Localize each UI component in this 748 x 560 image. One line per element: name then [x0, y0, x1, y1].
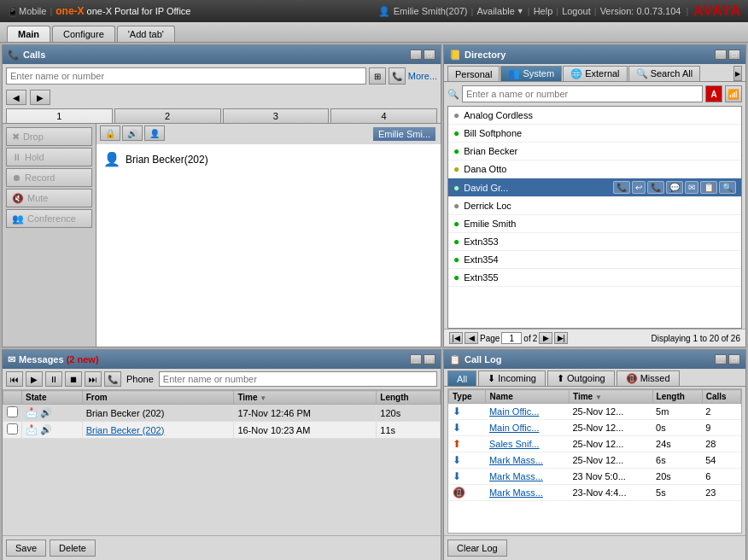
calllog-col-time[interactable]: Time ▼	[569, 390, 652, 404]
calls-phone-btn[interactable]: 📞	[389, 67, 406, 85]
calllog-col-length[interactable]: Length	[652, 390, 702, 404]
calls-maximize-btn[interactable]: □	[424, 50, 435, 60]
messages-save-btn[interactable]: Save	[6, 540, 46, 557]
messages-delete-btn[interactable]: Delete	[50, 540, 96, 557]
calllog-tab-outgoing[interactable]: ⬆ Outgoing	[547, 370, 615, 386]
tab-addtab[interactable]: 'Add tab'	[117, 26, 175, 42]
calllog-row1-time: 25-Nov 12...	[569, 404, 652, 420]
calllog-row6-name[interactable]: Mark Mass...	[489, 487, 543, 498]
directory-wifi-btn[interactable]: 📶	[725, 85, 742, 102]
msg-col-state[interactable]: State	[22, 391, 83, 405]
status-label[interactable]: Available	[476, 6, 514, 16]
msg-col-length[interactable]: Length	[377, 391, 441, 405]
dir-item-bill-softphone[interactable]: ● Bill Softphone	[448, 125, 741, 143]
calllog-tab-all[interactable]: All	[447, 370, 476, 386]
calls-back-btn[interactable]: ◀	[6, 90, 26, 105]
dir-first-page-btn[interactable]: |◀	[449, 332, 463, 344]
dir-transfer-btn[interactable]: ↩	[632, 181, 646, 194]
msg-ffwd-btn[interactable]: ⏭	[85, 371, 102, 387]
dir-tab-system[interactable]: 👥 System	[500, 66, 562, 81]
record-btn[interactable]: ⏺ Record	[6, 168, 92, 187]
calllog-row-6: 📵 Mark Mass... 23-Nov 4:4... 5s 23	[449, 485, 741, 501]
dir-tab-external[interactable]: 🌐 External	[563, 66, 627, 81]
call-tab-1[interactable]: 1	[6, 108, 113, 123]
calllog-tab-missed[interactable]: 📵 Missed	[617, 370, 680, 386]
product-name: one-X Portal for IP Office	[87, 6, 191, 16]
dir-page-input[interactable]	[501, 332, 522, 344]
dir-conf-btn[interactable]: 📞	[647, 181, 664, 194]
directory-search-input[interactable]	[462, 85, 703, 102]
calllog-tab-incoming[interactable]: ⬇ Incoming	[478, 370, 546, 386]
msg-col-from[interactable]: From	[82, 391, 234, 405]
help-link[interactable]: Help	[534, 6, 553, 16]
dir-tab-personal[interactable]: Personal	[447, 66, 500, 81]
dir-email-btn[interactable]: ✉	[685, 181, 698, 194]
directory-minimize-btn[interactable]: _	[715, 50, 727, 60]
dir-item-emilie-smith[interactable]: ● Emilie Smith	[448, 215, 741, 233]
dir-tab-searchall[interactable]: 🔍 Search All	[628, 66, 701, 81]
clear-log-btn[interactable]: Clear Log	[447, 540, 507, 557]
dir-item-analog-cordless[interactable]: ● Analog Cordless	[448, 107, 741, 125]
directory-maximize-btn[interactable]: □	[728, 50, 740, 60]
mute-btn[interactable]: 🔇 Mute	[6, 189, 92, 207]
hold-btn[interactable]: ⏸ Hold	[6, 148, 92, 166]
calls-search-grid-btn[interactable]: ⊞	[369, 67, 386, 85]
dir-msg-btn[interactable]: 💬	[666, 181, 683, 194]
msg-phone-icon[interactable]: 📞	[104, 371, 121, 387]
calllog-row3-name[interactable]: Sales Snif...	[489, 439, 540, 449]
calls-forward-btn[interactable]: ▶	[30, 90, 50, 105]
call-tab-2[interactable]: 2	[114, 108, 221, 123]
dir-next-page-btn[interactable]: ▶	[539, 332, 552, 344]
calls-more-btn[interactable]: More...	[408, 71, 437, 81]
calls-search-input[interactable]	[6, 67, 366, 85]
messages-maximize-btn[interactable]: □	[424, 354, 435, 365]
msg-play-btn[interactable]: ▶	[26, 371, 43, 387]
calllog-row2-name[interactable]: Main Offic...	[489, 423, 539, 433]
dir-call-btn[interactable]: 📞	[613, 181, 630, 194]
call-tab-4[interactable]: 4	[330, 108, 437, 123]
calllog-row5-name[interactable]: Mark Mass...	[489, 471, 543, 481]
drop-btn[interactable]: ✖ Drop	[6, 127, 92, 146]
calllog-maximize-btn[interactable]: □	[728, 354, 740, 365]
messages-minimize-btn[interactable]: _	[410, 354, 422, 365]
logout-link[interactable]: Logout	[562, 6, 591, 16]
calllog-col-calls[interactable]: Calls	[702, 390, 740, 404]
tab-configure[interactable]: Configure	[52, 26, 115, 42]
dir-search2-btn[interactable]: 🔍	[719, 181, 736, 194]
msg-stop-btn[interactable]: ⏹	[65, 371, 82, 387]
dir-contact-btn[interactable]: 📋	[700, 181, 717, 194]
conference-btn[interactable]: 👥 Conference	[6, 209, 92, 228]
calls-user-btn[interactable]: 👤	[144, 125, 165, 141]
call-tab-3[interactable]: 3	[223, 108, 330, 123]
calls-speaker-btn[interactable]: 🔊	[122, 125, 143, 141]
messages-search-input[interactable]	[159, 371, 437, 387]
tab-main[interactable]: Main	[7, 26, 50, 42]
dir-last-page-btn[interactable]: ▶|	[554, 332, 568, 344]
calllog-row4-name[interactable]: Mark Mass...	[489, 455, 543, 465]
calllog-col-type[interactable]: Type	[449, 390, 486, 404]
msg-pause-btn[interactable]: ⏸	[45, 371, 62, 387]
dir-item-derrick-loc[interactable]: ● Derrick Loc	[448, 197, 741, 215]
calllog-row-1: ⬇ Main Offic... 25-Nov 12... 5m 2	[449, 404, 741, 420]
dir-item-extn354[interactable]: ● Extn354	[448, 251, 741, 269]
dir-prev-page-btn[interactable]: ◀	[465, 332, 478, 344]
dir-page-of: of	[523, 334, 530, 343]
msg-row2-check[interactable]	[7, 423, 18, 435]
calllog-col-name[interactable]: Name	[486, 390, 570, 404]
msg-col-time[interactable]: Time ▼	[234, 391, 377, 405]
msg-row1-check[interactable]	[7, 406, 18, 417]
dir-item-brian-becker[interactable]: ● Brian Becker	[448, 143, 741, 160]
dir-item-david-gr[interactable]: ● David Gr... 📞 ↩ 📞 💬 ✉ 📋 🔍	[448, 178, 741, 197]
calls-icon: 📞	[8, 50, 20, 61]
directory-clear-btn[interactable]: A	[705, 85, 722, 102]
dir-item-dana-otto[interactable]: ● Dana Otto	[448, 160, 741, 178]
msg-rewind-btn[interactable]: ⏮	[6, 371, 23, 387]
dir-status-icon: ●	[453, 218, 459, 230]
dir-item-extn355[interactable]: ● Extn355	[448, 269, 741, 287]
calllog-minimize-btn[interactable]: _	[715, 354, 727, 365]
calllog-row1-name[interactable]: Main Offic...	[489, 406, 539, 417]
dir-item-extn353[interactable]: ● Extn353	[448, 233, 741, 251]
calls-lock-btn[interactable]: 🔒	[100, 125, 120, 141]
calls-minimize-btn[interactable]: _	[410, 50, 422, 60]
dir-scroll-right-btn[interactable]: ▶	[733, 66, 742, 81]
